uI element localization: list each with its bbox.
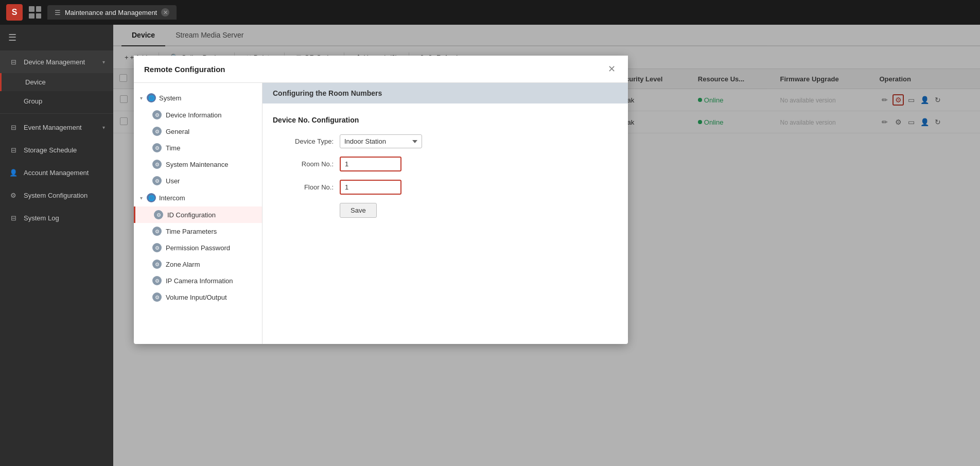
- tree-item-device-info[interactable]: ⚙ Device Information: [134, 107, 262, 123]
- config-body: Device No. Configuration Device Type: In…: [262, 103, 628, 238]
- form-row-device-type: Device Type: Indoor Station Outdoor Stat…: [273, 134, 618, 148]
- tab-icon: ☰: [55, 9, 61, 16]
- zone-alarm-icon: ⚙: [152, 260, 162, 269]
- tree-intercom-label: Intercom: [159, 194, 185, 202]
- sidebar-label-device-management: Device Management: [24, 58, 85, 66]
- tree-item-id-configuration[interactable]: ⚙ ID Configuration: [134, 206, 262, 223]
- id-config-icon: ⚙: [154, 210, 163, 219]
- time-icon: ⚙: [152, 143, 162, 152]
- device-management-icon: ⊟: [8, 57, 19, 67]
- sidebar-label-system-log: System Log: [24, 214, 59, 222]
- modal-header: Remote Configuration ✕: [134, 56, 628, 83]
- tree-label-ip-camera-info: IP Camera Information: [166, 277, 233, 285]
- modal-overlay: Remote Configuration ✕ ▾ 🌐 System ⚙ Devi…: [113, 25, 980, 466]
- config-section-title: Device No. Configuration: [273, 116, 618, 124]
- room-no-input[interactable]: [340, 157, 401, 171]
- tree-item-time-parameters[interactable]: ⚙ Time Parameters: [134, 223, 262, 239]
- tree-group-system[interactable]: ▾ 🌐 System: [134, 89, 262, 107]
- modal-title: Remote Configuration: [144, 65, 225, 74]
- system-maintenance-icon: ⚙: [152, 160, 162, 169]
- sidebar-label-event-management: Event Management: [24, 124, 82, 131]
- title-tab[interactable]: ☰ Maintenance and Management ✕: [47, 5, 177, 20]
- tree-system-label: System: [159, 94, 181, 102]
- tree-label-id-configuration: ID Configuration: [167, 211, 216, 219]
- tree-label-zone-alarm: Zone Alarm: [166, 261, 200, 268]
- form-row-save: Save: [273, 203, 618, 218]
- account-icon: 👤: [8, 167, 19, 178]
- sidebar-item-device[interactable]: Device: [0, 73, 113, 91]
- volume-io-icon: ⚙: [152, 292, 162, 302]
- user-icon: ⚙: [152, 176, 162, 185]
- intercom-globe-icon: 🌐: [147, 193, 156, 202]
- device-info-icon: ⚙: [152, 110, 162, 119]
- room-no-label: Room No.:: [273, 160, 340, 168]
- modal-close-button[interactable]: ✕: [605, 63, 618, 75]
- sidebar-item-device-management[interactable]: ⊟ Device Management ▾: [0, 50, 113, 73]
- sidebar-item-account-management[interactable]: 👤 Account Management: [0, 161, 113, 184]
- sidebar-label-system-configuration: System Configuration: [24, 192, 87, 199]
- sidebar-item-event-management[interactable]: ⊟ Event Management ▾: [0, 116, 113, 139]
- tree-label-volume-io: Volume Input/Output: [166, 294, 227, 301]
- sidebar-item-storage-schedule[interactable]: ⊟ Storage Schedule: [0, 139, 113, 161]
- chevron-event-icon: ▾: [102, 125, 105, 130]
- tab-label: Maintenance and Management: [65, 9, 157, 16]
- tree-item-user[interactable]: ⚙ User: [134, 172, 262, 189]
- save-button[interactable]: Save: [340, 203, 377, 218]
- form-row-floor-no: Floor No.:: [273, 180, 618, 195]
- form-row-room-no: Room No.:: [273, 157, 618, 171]
- tree-item-ip-camera-info[interactable]: ⚙ IP Camera Information: [134, 272, 262, 289]
- tree-label-time-parameters: Time Parameters: [166, 228, 217, 235]
- storage-icon: ⊟: [8, 145, 19, 155]
- sidebar: ☰ ⊟ Device Management ▾ Device Group ⊟ E…: [0, 25, 113, 466]
- tree-item-general[interactable]: ⚙ General: [134, 123, 262, 140]
- chevron-icon: ▾: [102, 59, 105, 65]
- system-log-icon: ⊟: [8, 213, 19, 223]
- sidebar-label-device: Device: [25, 78, 46, 86]
- sidebar-item-group[interactable]: Group: [0, 91, 113, 111]
- title-bar: S ☰ Maintenance and Management ✕: [0, 0, 980, 25]
- sidebar-item-system-configuration[interactable]: ⚙ System Configuration: [0, 184, 113, 206]
- permission-pwd-icon: ⚙: [152, 243, 162, 252]
- system-chevron: ▾: [140, 95, 143, 101]
- config-panel: Configuring the Room Numbers Device No. …: [262, 83, 628, 344]
- intercom-chevron: ▾: [140, 195, 143, 201]
- system-config-icon: ⚙: [8, 190, 19, 200]
- tree-label-permission-password: Permission Password: [166, 244, 230, 252]
- tree-panel: ▾ 🌐 System ⚙ Device Information ⚙ Genera…: [134, 83, 262, 344]
- general-icon: ⚙: [152, 127, 162, 136]
- sidebar-label-group: Group: [24, 97, 42, 105]
- sidebar-label-account-management: Account Management: [24, 169, 89, 177]
- sidebar-item-system-log[interactable]: ⊟ System Log: [0, 206, 113, 229]
- tree-item-zone-alarm[interactable]: ⚙ Zone Alarm: [134, 256, 262, 272]
- time-params-icon: ⚙: [152, 227, 162, 236]
- tree-label-time: Time: [166, 144, 180, 152]
- tree-label-general: General: [166, 128, 189, 135]
- tree-label-system-maintenance: System Maintenance: [166, 161, 228, 168]
- grid-icon[interactable]: [29, 6, 41, 19]
- event-management-icon: ⊟: [8, 122, 19, 132]
- floor-no-label: Floor No.:: [273, 183, 340, 191]
- device-type-label: Device Type:: [273, 137, 340, 145]
- config-header: Configuring the Room Numbers: [262, 83, 628, 103]
- tab-close-button[interactable]: ✕: [161, 8, 169, 16]
- app-logo: S: [6, 4, 23, 21]
- remote-config-modal: Remote Configuration ✕ ▾ 🌐 System ⚙ Devi…: [134, 56, 628, 344]
- hamburger-button[interactable]: ☰: [0, 25, 113, 50]
- floor-no-input[interactable]: [340, 180, 401, 195]
- ip-camera-icon: ⚙: [152, 276, 162, 285]
- tree-item-permission-password[interactable]: ⚙ Permission Password: [134, 239, 262, 256]
- divider-1: [0, 113, 113, 114]
- tree-label-device-info: Device Information: [166, 111, 221, 119]
- system-globe-icon: 🌐: [147, 93, 156, 102]
- sidebar-label-storage-schedule: Storage Schedule: [24, 146, 77, 154]
- tree-item-time[interactable]: ⚙ Time: [134, 140, 262, 156]
- tree-item-volume-io[interactable]: ⚙ Volume Input/Output: [134, 289, 262, 305]
- tree-group-intercom[interactable]: ▾ 🌐 Intercom: [134, 189, 262, 206]
- device-type-select[interactable]: Indoor Station Outdoor Station: [340, 134, 422, 148]
- tree-label-user: User: [166, 177, 180, 185]
- modal-body: ▾ 🌐 System ⚙ Device Information ⚙ Genera…: [134, 83, 628, 344]
- tree-item-system-maintenance[interactable]: ⚙ System Maintenance: [134, 156, 262, 172]
